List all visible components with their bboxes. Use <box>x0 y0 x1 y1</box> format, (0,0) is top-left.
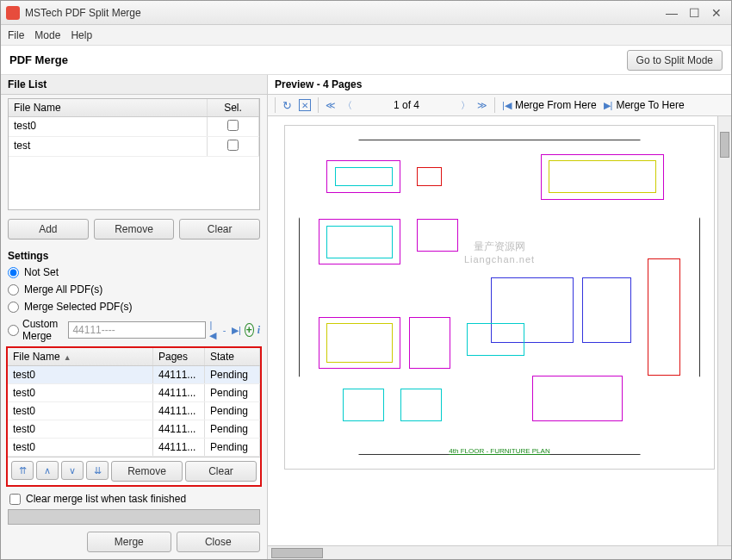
mg-state: Pending <box>205 420 260 438</box>
fp-block <box>582 277 631 343</box>
radio-label: Not Set <box>24 266 59 278</box>
fp-block <box>467 323 524 356</box>
radio-label: Merge All PDF(s) <box>24 283 102 296</box>
radio-merge-all[interactable]: Merge All PDF(s) <box>8 281 260 298</box>
last-icon[interactable]: ▶| <box>232 324 241 336</box>
merge-to-here[interactable]: ▶|Merge To Here <box>604 99 685 111</box>
left-panel: File List File Name Sel. test0 test <box>1 75 268 559</box>
menu-file[interactable]: File <box>8 29 24 41</box>
merge-grid-row[interactable]: test044111...Pending <box>8 402 260 420</box>
mg-col-pages[interactable]: Pages <box>153 348 205 365</box>
mg-clear-button[interactable]: Clear <box>185 461 257 482</box>
go-to-split-button[interactable]: Go to Split Mode <box>627 50 723 71</box>
tb-sep <box>318 97 319 113</box>
radio-label: Merge Selected PDF(s) <box>24 301 132 313</box>
clear-button[interactable]: Clear <box>179 219 260 240</box>
filelist-col-sel[interactable]: Sel. <box>208 99 259 116</box>
main-area: File List File Name Sel. test0 test <box>1 75 731 559</box>
bottom-buttons: Merge Close <box>1 528 267 557</box>
radio-input[interactable] <box>8 284 19 296</box>
mg-name: test0 <box>8 420 153 438</box>
page-title: PDF Merge <box>9 53 627 66</box>
settings-panel: Settings Not Set Merge All PDF(s) Merge … <box>1 245 267 345</box>
filelist-row-name: test0 <box>9 117 208 136</box>
move-up-button[interactable]: ∧ <box>36 461 59 480</box>
tb-sep <box>494 97 495 113</box>
menu-help[interactable]: Help <box>71 29 92 41</box>
horizontal-scrollbar[interactable] <box>268 545 731 559</box>
filelist-row[interactable]: test <box>9 137 259 157</box>
clear-when-finished-checkbox[interactable] <box>9 494 21 505</box>
mg-state: Pending <box>205 402 260 420</box>
prev-page-icon[interactable]: 〈 <box>343 99 352 112</box>
filelist-row-checkbox[interactable] <box>208 137 259 156</box>
mg-name: test0 <box>8 402 153 420</box>
filelist-row-checkbox[interactable] <box>208 117 259 136</box>
first-page-icon[interactable]: ≪ <box>326 100 336 111</box>
filelist-body: test0 test <box>9 117 259 209</box>
clear-when-finished-row[interactable]: Clear merge list when task finished <box>1 488 267 509</box>
fp-block <box>648 258 680 376</box>
filelist-row[interactable]: test0 <box>9 117 259 137</box>
fp-block <box>409 317 450 369</box>
filelist-table: File Name Sel. test0 test <box>8 98 260 210</box>
radio-input[interactable] <box>8 302 19 313</box>
merge-from-icon: |◀ <box>502 100 512 111</box>
filelist-col-name[interactable]: File Name <box>9 99 208 116</box>
mg-name: test0 <box>8 366 153 383</box>
close-window-button[interactable]: ✕ <box>707 5 726 21</box>
mg-name: test0 <box>8 384 153 401</box>
custom-merge-input[interactable] <box>68 321 206 339</box>
fp-block <box>417 219 458 252</box>
merge-button[interactable]: Merge <box>87 532 171 552</box>
merge-grid-buttons: ⇈ ∧ ∨ ⇊ Remove Clear <box>8 457 260 485</box>
sort-asc-icon: ▲ <box>64 353 71 362</box>
rotate-icon[interactable]: ↻ <box>282 99 292 112</box>
menu-mode[interactable]: Mode <box>34 29 60 41</box>
mg-col-name[interactable]: File Name▲ <box>8 348 153 365</box>
scroll-thumb[interactable] <box>720 132 729 158</box>
custom-merge-label: Custom Merge <box>22 318 65 342</box>
sel-checkbox[interactable] <box>227 140 239 151</box>
remove-button[interactable]: Remove <box>94 219 175 240</box>
merge-grid-row[interactable]: test044111...Pending <box>8 420 260 439</box>
vertical-scrollbar[interactable] <box>717 116 731 545</box>
mg-remove-button[interactable]: Remove <box>111 461 183 482</box>
tb-sep <box>275 97 276 113</box>
merge-grid-row[interactable]: test044111...Pending <box>8 366 260 384</box>
custom-merge-row: Custom Merge |◀ - ▶| + i <box>8 315 260 345</box>
merge-from-here[interactable]: |◀Merge From Here <box>502 99 597 111</box>
watermark-url: Liangchan.net <box>464 254 535 264</box>
add-button[interactable]: Add <box>8 219 89 240</box>
mg-col-state[interactable]: State <box>205 348 260 365</box>
sel-checkbox[interactable] <box>227 120 239 131</box>
first-icon[interactable]: |◀ <box>209 324 217 336</box>
radio-custom-merge[interactable] <box>8 325 19 336</box>
maximize-button[interactable]: ☐ <box>685 5 704 21</box>
fp-block <box>400 389 442 421</box>
move-top-button[interactable]: ⇈ <box>11 461 34 480</box>
last-page-icon[interactable]: ≫ <box>477 100 487 111</box>
preview-area[interactable]: 量产资源网 Liangchan.net 4th FLOOR - FURNITUR… <box>268 116 731 545</box>
move-down-button[interactable]: ∨ <box>61 461 84 480</box>
scroll-thumb[interactable] <box>271 548 323 558</box>
app-icon <box>6 6 20 20</box>
next-page-icon[interactable]: 〉 <box>461 99 470 112</box>
watermark-text: 量产资源网 <box>464 240 535 254</box>
watermark: 量产资源网 Liangchan.net <box>464 240 535 264</box>
radio-not-set[interactable]: Not Set <box>8 264 260 281</box>
filelist-buttons: Add Remove Clear <box>1 214 267 245</box>
radio-merge-selected[interactable]: Merge Selected PDF(s) <box>8 298 260 315</box>
move-bottom-button[interactable]: ⇊ <box>86 461 109 480</box>
merge-to-icon: ▶| <box>604 100 613 111</box>
fp-block <box>532 376 623 421</box>
merge-grid-row[interactable]: test044111...Pending <box>8 439 260 457</box>
radio-input[interactable] <box>8 267 19 278</box>
close-preview-icon[interactable]: ✕ <box>299 99 311 111</box>
merge-grid-row[interactable]: test044111...Pending <box>8 384 260 402</box>
close-button[interactable]: Close <box>177 532 261 552</box>
info-icon[interactable]: i <box>257 324 260 337</box>
add-range-icon[interactable]: + <box>245 323 254 337</box>
clear-when-finished-label: Clear merge list when task finished <box>26 493 186 505</box>
minimize-button[interactable]: — <box>662 5 681 21</box>
